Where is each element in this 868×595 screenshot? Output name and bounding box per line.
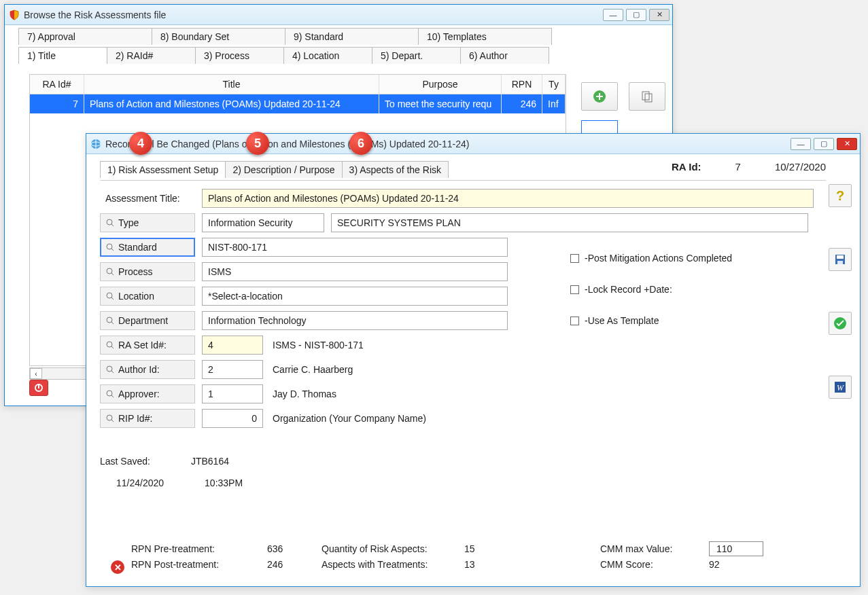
tab-approval[interactable]: 7) Approval [18, 28, 152, 45]
tab-setup[interactable]: 1) Risk Assessment Setup [100, 161, 226, 178]
footer-stats: ✕ RPN Pre-treatment: 636 Quantity of Ris… [100, 540, 846, 578]
record-window: Record Will Be Changed (Plans of Action … [86, 133, 861, 587]
rip-input[interactable]: 0 [202, 409, 263, 428]
qty-aspects-value: 15 [464, 543, 519, 554]
cmm-max-label: CMM max Value: [600, 543, 709, 554]
check-use-template[interactable]: -Use As Template [570, 315, 732, 326]
svg-point-13 [107, 391, 112, 396]
browse-title: Browse the Risk Assessments file [24, 10, 603, 20]
svg-point-9 [107, 293, 112, 298]
power-button[interactable] [29, 380, 48, 396]
check-lock-record[interactable]: -Lock Record +Date: [570, 284, 732, 295]
last-saved-date: 11/24/2020 [116, 477, 164, 488]
checkbox-icon [570, 285, 579, 294]
cmm-score-value: 92 [709, 559, 763, 570]
standard-lookup[interactable]: Standard [100, 238, 195, 257]
minimize-button[interactable]: — [603, 9, 623, 21]
svg-point-14 [107, 415, 112, 420]
department-input[interactable]: Information Technology [202, 311, 508, 330]
tab-description[interactable]: 2) Description / Purpose [225, 161, 342, 178]
assessment-title-input[interactable]: Plans of Action and Milestones (POAMs) U… [202, 189, 814, 208]
close-button[interactable]: ✕ [649, 9, 670, 21]
grid-header: RA Id# Title Purpose RPN Ty [30, 75, 566, 94]
standard-input[interactable]: NIST-800-171 [202, 238, 508, 257]
tab-boundary-set[interactable]: 8) Boundary Set [152, 28, 285, 45]
process-lookup[interactable]: Process [100, 262, 195, 281]
cmm-score-label: CMM Score: [600, 559, 709, 570]
approver-name: Jay D. Thomas [273, 389, 336, 399]
process-input[interactable]: ISMS [202, 262, 508, 281]
type-input[interactable]: Information Security [202, 213, 324, 232]
close-button[interactable]: ✕ [837, 138, 857, 150]
location-lookup[interactable]: Location [100, 287, 195, 306]
svg-point-6 [107, 219, 112, 225]
tab-depart[interactable]: 5) Depart. [372, 47, 461, 64]
maximize-button[interactable]: ▢ [814, 138, 834, 150]
search-icon [106, 219, 114, 227]
grid-row[interactable]: 7 Plans of Action and Milestones (POAMs)… [30, 94, 566, 113]
maximize-button[interactable]: ▢ [626, 9, 646, 21]
cell-rpn: 246 [502, 94, 542, 113]
author-lookup[interactable]: Author Id: [100, 360, 195, 379]
checkbox-icon [570, 254, 579, 263]
svg-point-10 [107, 317, 112, 323]
ra-date: 10/27/2020 [775, 161, 826, 173]
copy-button[interactable] [629, 82, 665, 111]
raset-input[interactable]: 4 [202, 336, 263, 355]
shield-icon [9, 10, 20, 20]
treated-label: Aspects with Treatments: [322, 559, 464, 570]
tab-templates[interactable]: 10) Templates [418, 28, 552, 45]
type-lookup[interactable]: Type [100, 213, 195, 232]
col-id-header[interactable]: RA Id# [30, 75, 84, 94]
tab-aspects[interactable]: 3) Aspects of the Risk [342, 161, 449, 178]
location-input[interactable]: *Select-a-location [202, 287, 508, 306]
save-button[interactable] [829, 248, 852, 271]
department-lookup[interactable]: Department [100, 311, 195, 330]
treated-value: 13 [464, 559, 519, 570]
search-icon [106, 292, 114, 300]
assessment-title-label: Assessment Title: [100, 189, 195, 208]
tab-raid[interactable]: 2) RAId# [107, 47, 196, 64]
cmm-max-value[interactable]: 110 [709, 541, 763, 556]
col-purpose-header[interactable]: Purpose [379, 75, 502, 94]
col-title-header[interactable]: Title [84, 75, 379, 94]
check-post-mitigation[interactable]: -Post Mitigation Actions Completed [570, 253, 732, 264]
author-name: Carrie C. Haarberg [273, 364, 353, 375]
svg-point-12 [107, 366, 112, 372]
callout-5: 5 [246, 132, 269, 155]
search-icon [106, 341, 114, 349]
raset-lookup[interactable]: RA Set Id#: [100, 336, 195, 355]
svg-point-7 [107, 244, 112, 249]
word-export-button[interactable]: W [829, 376, 852, 399]
author-input[interactable]: 2 [202, 360, 263, 379]
cell-ty: Inf [542, 94, 566, 113]
approver-input[interactable]: 1 [202, 384, 263, 403]
browse-titlebar[interactable]: Browse the Risk Assessments file — ▢ ✕ [5, 5, 672, 25]
tab-title[interactable]: 1) Title [18, 47, 107, 64]
col-ty-header[interactable]: Ty [542, 75, 566, 94]
qty-aspects-label: Quantity of Risk Aspects: [322, 543, 464, 554]
add-button[interactable] [581, 82, 618, 111]
svg-rect-17 [837, 261, 843, 264]
tab-author[interactable]: 6) Author [460, 47, 549, 64]
rip-lookup[interactable]: RIP Id#: [100, 409, 195, 428]
ra-info: RA Id: 7 10/27/2020 [672, 161, 826, 173]
ok-button[interactable] [829, 312, 852, 335]
approver-lookup[interactable]: Approver: [100, 384, 195, 403]
last-saved-time: 10:33PM [205, 477, 243, 488]
search-icon [106, 414, 114, 422]
svg-rect-1 [642, 92, 649, 100]
svg-point-11 [107, 342, 112, 347]
tab-location[interactable]: 4) Location [283, 47, 372, 64]
type-secondary-input[interactable]: SECURITY SYSTEMS PLAN [331, 213, 808, 232]
search-icon [106, 390, 114, 398]
help-button[interactable]: ? [829, 184, 852, 207]
tab-process[interactable]: 3) Process [195, 47, 284, 64]
svg-point-8 [107, 268, 112, 274]
search-icon [106, 317, 114, 325]
record-titlebar[interactable]: Record Will Be Changed (Plans of Action … [86, 134, 860, 154]
tab-standard-top[interactable]: 9) Standard [285, 28, 419, 45]
minimize-button[interactable]: — [791, 138, 811, 150]
col-rpn-header[interactable]: RPN [502, 75, 542, 94]
scroll-left-icon[interactable]: ‹ [30, 368, 42, 379]
